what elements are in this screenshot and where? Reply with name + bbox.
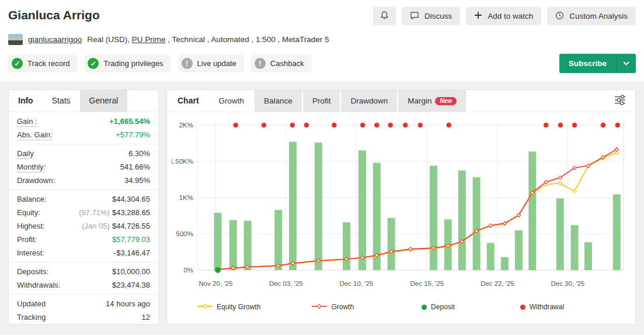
tab-profit[interactable]: Profit bbox=[303, 90, 340, 112]
tab-drawdown[interactable]: Drawdown bbox=[341, 90, 397, 112]
account-meta: gianlucaarrigoo Real (USD), PU Prime , T… bbox=[8, 34, 636, 45]
stat-label: Abs. Gain: bbox=[17, 130, 53, 140]
stat-row-tracking: Tracking12 bbox=[9, 310, 158, 324]
legend-dot-marker bbox=[520, 305, 525, 310]
avatar[interactable] bbox=[8, 34, 23, 45]
stat-value: 14 hours ago bbox=[106, 299, 150, 309]
stat-label: Deposits: bbox=[17, 267, 48, 277]
stat-group: Gain :+1,665.54%Abs. Gain:+577.79% bbox=[9, 112, 158, 144]
chart-tabs: Chart GrowthBalanceProfitDrawdownMarginN… bbox=[167, 90, 635, 112]
legend-label: Withdrawal bbox=[530, 303, 564, 311]
stat-group: Updated14 hours agoTracking12 bbox=[9, 294, 158, 324]
legend-label: Equity Growth bbox=[217, 303, 260, 311]
info-panel: Info Stats General Gain :+1,665.54%Abs. … bbox=[8, 89, 159, 324]
tab-info[interactable]: Info bbox=[9, 90, 43, 112]
bell-icon bbox=[380, 11, 389, 22]
legend-item-withdrawal[interactable]: Withdrawal bbox=[520, 303, 564, 311]
chevron-down-icon[interactable] bbox=[617, 61, 636, 65]
growth-chart: Nov 20, '25Dec 03, '25Dec 10, '25Dec 15,… bbox=[167, 112, 635, 295]
stat-value: +1,665.54% bbox=[109, 116, 150, 126]
sliders-icon bbox=[614, 95, 626, 107]
stat-row-interest-: Interest:-$3,146.47 bbox=[9, 246, 158, 260]
stat-value-note: (Jan 05) bbox=[82, 222, 110, 230]
badges-row: ✓Track record✓Trading privileges!Live up… bbox=[8, 54, 636, 73]
stat-value: $23,474.38 bbox=[112, 280, 150, 290]
custom-analysis-button[interactable]: Custom Analysis bbox=[547, 7, 636, 25]
broker-link[interactable]: PU Prime bbox=[132, 35, 166, 44]
stat-label: Interest: bbox=[17, 248, 44, 258]
stat-row-updated: Updated14 hours ago bbox=[9, 297, 158, 310]
svg-text:2K%: 2K% bbox=[179, 122, 193, 129]
tab-growth[interactable]: Growth bbox=[210, 90, 254, 112]
stat-row-gain-: Gain :+1,665.54% bbox=[9, 115, 158, 128]
badge-label: Track record bbox=[27, 59, 69, 68]
exclamation-icon: ! bbox=[255, 58, 266, 69]
username-link[interactable]: gianlucaarrigoo bbox=[28, 35, 82, 44]
account-page: Gianluca Arrigo Discuss bbox=[0, 0, 644, 335]
badge-label: Cashback bbox=[270, 59, 304, 68]
subscribe-button[interactable]: Subscribe bbox=[559, 54, 636, 73]
stat-value: $57,779.03 bbox=[112, 234, 150, 244]
stat-group: Daily6.30%Monthly:541.66%Drawdown:34.95% bbox=[9, 144, 158, 189]
clock-icon bbox=[555, 11, 564, 22]
badge-live-update: !Live update bbox=[178, 55, 244, 72]
stat-value: $10,000.00 bbox=[112, 267, 150, 277]
svg-text:Dec 03, '25: Dec 03, '25 bbox=[269, 280, 303, 287]
badge-cashback: !Cashback bbox=[251, 55, 312, 72]
badge-label: Live update bbox=[197, 59, 236, 68]
stat-label: Highest: bbox=[17, 221, 45, 231]
svg-text:500%: 500% bbox=[176, 230, 193, 237]
stat-value: $44,304.65 bbox=[112, 194, 150, 204]
tab-balance[interactable]: Balance bbox=[255, 90, 302, 112]
stat-value: (Jan 05)$44,726.55 bbox=[82, 221, 150, 231]
stat-row-highest-: Highest:(Jan 05)$44,726.55 bbox=[9, 219, 158, 233]
header-actions: Discuss Add to watch Custom Analysis bbox=[373, 7, 636, 25]
notifications-button[interactable] bbox=[373, 7, 396, 25]
chart-settings-button[interactable] bbox=[605, 90, 635, 112]
account-meta-text: Real (USD), PU Prime , Technical , Autom… bbox=[87, 35, 329, 44]
check-icon: ✓ bbox=[12, 58, 23, 69]
legend-label: Growth bbox=[331, 303, 354, 311]
meta-prefix: Real (USD), bbox=[87, 35, 132, 44]
stat-group: Balance:$44,304.65Equity:(97.71%)$43,288… bbox=[9, 189, 158, 262]
discuss-button[interactable]: Discuss bbox=[402, 7, 460, 25]
stat-group: Deposits:$10,000.00Withdrawals:$23,474.3… bbox=[9, 262, 158, 294]
stat-value-note: (97.71%) bbox=[79, 208, 110, 217]
main-content: Info Stats General Gain :+1,665.54%Abs. … bbox=[0, 81, 644, 334]
legend-item-deposit[interactable]: Deposit bbox=[422, 303, 455, 311]
stat-row-deposits-: Deposits:$10,000.00 bbox=[9, 265, 158, 278]
stat-value: 6.30% bbox=[128, 148, 150, 158]
stat-row-equity-: Equity:(97.71%)$43,288.65 bbox=[9, 206, 158, 219]
add-to-watch-button[interactable]: Add to watch bbox=[466, 7, 541, 25]
stat-label: Drawdown: bbox=[17, 175, 55, 185]
svg-text:Nov 20, '25: Nov 20, '25 bbox=[199, 280, 232, 287]
stat-row-daily: Daily6.30% bbox=[9, 147, 158, 160]
svg-text:Dec 10, '25: Dec 10, '25 bbox=[339, 280, 373, 287]
legend-line-marker bbox=[312, 303, 327, 311]
stat-value: 34.95% bbox=[124, 175, 150, 185]
legend-item-equity-growth[interactable]: Equity Growth bbox=[197, 303, 260, 311]
legend-line-marker bbox=[197, 303, 213, 311]
stat-label: Gain : bbox=[17, 116, 37, 126]
stat-row-drawdown-: Drawdown:34.95% bbox=[9, 174, 158, 187]
stat-label: Profit: bbox=[17, 234, 37, 244]
stat-value: +577.79% bbox=[116, 130, 150, 140]
svg-text:1K%: 1K% bbox=[179, 194, 193, 201]
stat-row-profit-: Profit:$57,779.03 bbox=[9, 233, 158, 246]
svg-text:Dec 15, '25: Dec 15, '25 bbox=[410, 280, 444, 287]
stat-value: 541.66% bbox=[120, 162, 150, 172]
legend-item-growth[interactable]: Growth bbox=[312, 303, 354, 311]
stat-label: Withdrawals: bbox=[17, 280, 60, 290]
tab-margin[interactable]: MarginNew bbox=[398, 90, 466, 112]
tab-general[interactable]: General bbox=[80, 90, 128, 112]
page-title: Gianluca Arrigo bbox=[8, 8, 100, 22]
stat-row-abs-gain-: Abs. Gain:+577.79% bbox=[9, 128, 158, 141]
tab-stats[interactable]: Stats bbox=[43, 90, 80, 112]
badge-label: Trading privileges bbox=[103, 59, 163, 68]
stat-value: -$3,146.47 bbox=[114, 248, 150, 258]
check-icon: ✓ bbox=[88, 58, 99, 69]
stat-label: Tracking bbox=[17, 312, 46, 322]
badge-trading-privileges: ✓Trading privileges bbox=[84, 55, 170, 72]
stat-label: Balance: bbox=[17, 194, 47, 204]
page-header: Gianluca Arrigo Discuss bbox=[0, 0, 644, 81]
